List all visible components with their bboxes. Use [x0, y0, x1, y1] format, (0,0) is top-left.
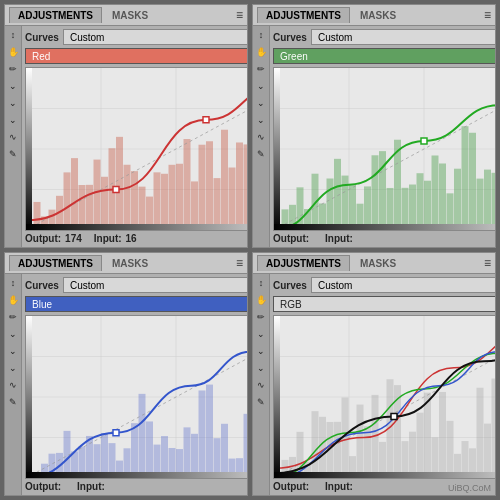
tool-hand[interactable]: ✋	[5, 45, 21, 59]
tool-eyedropper3-rgb[interactable]: ⌄	[253, 361, 269, 375]
rgb-output-row: Output: Input:	[273, 481, 495, 492]
red-curves-row: Curves Custom	[25, 29, 247, 45]
blue-channel-row: Blue Auto	[25, 296, 247, 312]
rgb-channel-select[interactable]: RGB	[273, 296, 495, 312]
blue-right-content: Curves Custom Blue Auto Output: Input:	[22, 274, 247, 495]
tool-eyedropper2-g[interactable]: ⌄	[253, 96, 269, 110]
rgb-panel-header: ADJUSTMENTS MASKS ≡	[253, 253, 495, 274]
panel-menu-icon-green[interactable]: ≡	[484, 8, 491, 22]
red-output-row: Output: 174 Input: 16	[25, 233, 247, 244]
tool-curve-mode-b[interactable]: ∿	[5, 378, 21, 392]
rgb-curve-draw	[274, 316, 495, 478]
blue-input-label: Input:	[77, 481, 105, 492]
green-input-label: Input:	[325, 233, 353, 244]
rgb-curve-canvas[interactable]	[273, 315, 495, 479]
tool-pencil2-rgb[interactable]: ✎	[253, 395, 269, 409]
green-curve-draw	[274, 68, 495, 230]
green-left-tools: ↕ ✋ ✏ ⌄ ⌄ ⌄ ∿ ✎	[253, 26, 270, 247]
green-preset-select[interactable]: Custom	[311, 29, 495, 45]
tool-eyedropper2-b[interactable]: ⌄	[5, 344, 21, 358]
rgb-preset-select[interactable]: Custom	[311, 277, 495, 293]
tab-masks-blue[interactable]: MASKS	[104, 256, 156, 271]
red-input-value: 16	[126, 233, 137, 244]
tab-adjustments-red[interactable]: ADJUSTMENTS	[9, 7, 102, 23]
tool-hand-g[interactable]: ✋	[253, 45, 269, 59]
rgb-channel-row: RGB Auto	[273, 296, 495, 312]
green-right-content: Curves Custom Green Auto Output: Input:	[270, 26, 495, 247]
red-output-value: 174	[65, 233, 82, 244]
blue-curves-label: Curves	[25, 280, 59, 291]
green-channel-select[interactable]: Green	[273, 48, 495, 64]
blue-left-tools: ↕ ✋ ✏ ⌄ ⌄ ⌄ ∿ ✎	[5, 274, 22, 495]
tool-curve-mode-g[interactable]: ∿	[253, 130, 269, 144]
tool-eyedropper2[interactable]: ⌄	[5, 96, 21, 110]
tab-masks-green[interactable]: MASKS	[352, 8, 404, 23]
tool-hand-rgb[interactable]: ✋	[253, 293, 269, 307]
rgb-right-content: Curves Custom RGB Auto Output: Input:	[270, 274, 495, 495]
rgb-curves-row: Curves Custom	[273, 277, 495, 293]
tool-curve-mode-rgb[interactable]: ∿	[253, 378, 269, 392]
red-channel-select[interactable]: Red	[25, 48, 247, 64]
tool-eyedropper3-b[interactable]: ⌄	[5, 361, 21, 375]
red-right-content: Curves Custom Red Auto Output: 174 Input…	[22, 26, 247, 247]
rgb-input-label: Input:	[325, 481, 353, 492]
rgb-output-label: Output:	[273, 481, 309, 492]
blue-output-label: Output:	[25, 481, 61, 492]
green-curves-label: Curves	[273, 32, 307, 43]
rgb-curves-label: Curves	[273, 280, 307, 291]
tab-masks-red[interactable]: MASKS	[104, 8, 156, 23]
red-channel-row: Red Auto	[25, 48, 247, 64]
panel-menu-icon-red[interactable]: ≡	[236, 8, 243, 22]
red-input-label: Input:	[94, 233, 122, 244]
blue-channel-select[interactable]: Blue	[25, 296, 247, 312]
tool-eyedropper3-g[interactable]: ⌄	[253, 113, 269, 127]
red-left-tools: ↕ ✋ ✏ ⌄ ⌄ ⌄ ∿ ✎	[5, 26, 22, 247]
panel-menu-icon-blue[interactable]: ≡	[236, 256, 243, 270]
green-channel-row: Green Auto	[273, 48, 495, 64]
tab-adjustments-rgb[interactable]: ADJUSTMENTS	[257, 255, 350, 271]
tab-masks-rgb[interactable]: MASKS	[352, 256, 404, 271]
tool-pencil2[interactable]: ✎	[5, 147, 21, 161]
tool-pointer-g[interactable]: ↕	[253, 28, 269, 42]
tool-hand-b[interactable]: ✋	[5, 293, 21, 307]
rgb-curves-panel: ADJUSTMENTS MASKS ≡ ↕ ✋ ✏ ⌄ ⌄ ⌄ ∿ ✎ Curv…	[252, 252, 496, 496]
tool-pencil-rgb[interactable]: ✏	[253, 310, 269, 324]
blue-curves-row: Curves Custom	[25, 277, 247, 293]
tool-pencil2-g[interactable]: ✎	[253, 147, 269, 161]
tool-eyedropper2-rgb[interactable]: ⌄	[253, 344, 269, 358]
tool-eyedropper-rgb[interactable]: ⌄	[253, 327, 269, 341]
green-output-row: Output: Input:	[273, 233, 495, 244]
green-panel-header: ADJUSTMENTS MASKS ≡	[253, 5, 495, 26]
tab-adjustments-blue[interactable]: ADJUSTMENTS	[9, 255, 102, 271]
red-preset-select[interactable]: Custom	[63, 29, 247, 45]
rgb-panel-body: ↕ ✋ ✏ ⌄ ⌄ ⌄ ∿ ✎ Curves Custom RGB Auto	[253, 274, 495, 495]
tool-pointer-b[interactable]: ↕	[5, 276, 21, 290]
tool-pointer-rgb[interactable]: ↕	[253, 276, 269, 290]
tool-eyedropper[interactable]: ⌄	[5, 79, 21, 93]
blue-panel-header: ADJUSTMENTS MASKS ≡	[5, 253, 247, 274]
tool-pencil[interactable]: ✏	[5, 62, 21, 76]
red-curve-canvas[interactable]	[25, 67, 247, 231]
blue-curve-draw	[26, 316, 247, 478]
rgb-left-tools: ↕ ✋ ✏ ⌄ ⌄ ⌄ ∿ ✎	[253, 274, 270, 495]
tool-pencil-b[interactable]: ✏	[5, 310, 21, 324]
tool-eyedropper-b[interactable]: ⌄	[5, 327, 21, 341]
tool-curve-mode[interactable]: ∿	[5, 130, 21, 144]
panel-menu-icon-rgb[interactable]: ≡	[484, 256, 491, 270]
blue-panel-body: ↕ ✋ ✏ ⌄ ⌄ ⌄ ∿ ✎ Curves Custom Blue Auto	[5, 274, 247, 495]
red-curves-panel: ADJUSTMENTS MASKS ≡ ↕ ✋ ✏ ⌄ ⌄ ⌄ ∿ ✎ Curv…	[4, 4, 248, 248]
tool-eyedropper3[interactable]: ⌄	[5, 113, 21, 127]
blue-preset-select[interactable]: Custom	[63, 277, 247, 293]
red-panel-header: ADJUSTMENTS MASKS ≡	[5, 5, 247, 26]
blue-output-row: Output: Input:	[25, 481, 247, 492]
tool-pencil2-b[interactable]: ✎	[5, 395, 21, 409]
tool-eyedropper-g[interactable]: ⌄	[253, 79, 269, 93]
green-curve-canvas[interactable]	[273, 67, 495, 231]
tool-pointer[interactable]: ↕	[5, 28, 21, 42]
tab-adjustments-green[interactable]: ADJUSTMENTS	[257, 7, 350, 23]
red-curve-draw	[26, 68, 247, 230]
blue-curve-canvas[interactable]	[25, 315, 247, 479]
red-panel-body: ↕ ✋ ✏ ⌄ ⌄ ⌄ ∿ ✎ Curves Custom Red Auto	[5, 26, 247, 247]
green-curves-panel: ADJUSTMENTS MASKS ≡ ↕ ✋ ✏ ⌄ ⌄ ⌄ ∿ ✎ Curv…	[252, 4, 496, 248]
tool-pencil-g[interactable]: ✏	[253, 62, 269, 76]
